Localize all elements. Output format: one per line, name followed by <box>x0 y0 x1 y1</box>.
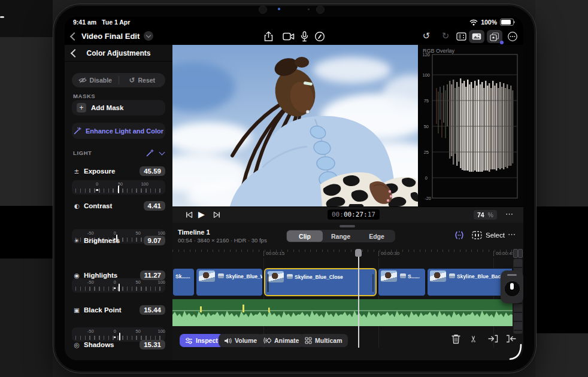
clip-select-tool-button[interactable] <box>472 231 482 239</box>
masks-section-label: MASKS <box>73 93 95 99</box>
scope-tick: 120 <box>422 52 430 57</box>
contrast-icon: ◐ <box>72 202 81 209</box>
scope-tick: -20 <box>425 196 431 201</box>
slider-value[interactable]: 4.41 <box>144 201 165 211</box>
slider-highlights-row: ◉ Highlights 11.27 <box>72 270 165 280</box>
timeline-clip-selected[interactable]: Skyline_Blue_Close <box>264 268 377 296</box>
select-label[interactable]: Select <box>486 232 505 239</box>
more-menu-button[interactable] <box>507 31 518 42</box>
video-preview-art <box>172 45 418 206</box>
overwrite-insert-button[interactable] <box>488 335 498 343</box>
battery-percent: 100% <box>481 19 497 26</box>
timeline-clip[interactable]: Sk...... <box>172 268 195 296</box>
browser-panel-button[interactable] <box>456 32 466 41</box>
media-browser-button[interactable] <box>469 30 484 43</box>
playhead-handle[interactable] <box>355 249 362 257</box>
slider-value[interactable]: 9.07 <box>144 236 165 245</box>
mode-edge[interactable]: Edge <box>359 230 395 242</box>
light-section-header[interactable]: LIGHT <box>73 149 164 157</box>
redo-button[interactable]: ↻ <box>440 31 451 41</box>
voiceover-mic-button[interactable] <box>301 31 308 42</box>
timeline-clip[interactable]: Skyline_Blue_Wide <box>196 268 263 296</box>
wifi-icon <box>469 19 478 26</box>
undo-button[interactable]: ↺ <box>421 31 432 41</box>
panel-back-button[interactable] <box>72 50 78 56</box>
slider-brightness-ruler[interactable]: -50 0 50 100 <box>72 278 165 293</box>
scope-tick: 75 <box>424 98 429 104</box>
photo-chip-icon <box>449 273 455 278</box>
timeline-meta: 00:54 · 3840 × 2160 · HDR · 30 fps <box>178 237 267 244</box>
volume-button[interactable]: Volume <box>219 334 262 347</box>
jog-wheel[interactable] <box>501 270 523 303</box>
delete-button[interactable] <box>451 334 460 344</box>
playhead-line[interactable] <box>358 257 359 348</box>
clock: 9:41 am <box>73 19 96 26</box>
slider-value[interactable]: 15.31 <box>140 340 165 349</box>
scope-tick: 100 <box>422 72 430 78</box>
status-bar-left: 9:41 am Tue 1 Apr <box>73 19 130 26</box>
status-bar-right: 100% <box>469 19 514 26</box>
project-title-group[interactable]: Video Final Edit <box>81 31 153 41</box>
edit-mode-segmented-control: Clip Range Edge <box>286 230 395 242</box>
effects-button[interactable] <box>487 30 502 43</box>
jog-drag-handle[interactable] <box>507 274 517 276</box>
slider-name: Highlights <box>84 272 140 279</box>
background-fragment <box>0 206 53 259</box>
slider-name: Exposure <box>84 168 140 175</box>
add-mask-label: Add Mask <box>91 104 123 111</box>
mode-range[interactable]: Range <box>323 230 359 242</box>
slider-value[interactable]: 11.27 <box>140 270 165 280</box>
project-title: Video Final Edit <box>81 32 140 41</box>
photo-chip-icon <box>400 273 406 278</box>
slider-value[interactable]: 45.59 <box>140 166 165 176</box>
back-button[interactable] <box>71 34 77 39</box>
shadows-icon: ◎ <box>72 341 81 348</box>
play-button[interactable]: ▶ <box>198 209 205 219</box>
marketing-scene: { "status": { "time": "9:41 am", "date":… <box>0 0 588 377</box>
add-mask-button[interactable]: + Add Mask <box>72 100 165 115</box>
background-fragment <box>0 16 4 18</box>
slider-name: Shadows <box>84 341 140 348</box>
multicam-button[interactable]: Multicam <box>299 334 348 347</box>
magic-wand-icon <box>74 127 81 135</box>
disable-button[interactable]: Disable <box>72 77 119 84</box>
timeline-clip[interactable]: Skyline_Blue_Background <box>427 268 513 296</box>
viewer-more-button[interactable]: ⋯ <box>505 209 513 218</box>
clip-thumbnail <box>430 270 446 282</box>
timecode-display[interactable]: 00:00:27:17 <box>328 209 380 220</box>
title-menu-button[interactable] <box>144 31 153 41</box>
reset-button[interactable]: ↺ Reset <box>119 76 166 84</box>
chevron-down-icon <box>146 33 151 38</box>
track-height-control[interactable] <box>513 249 518 258</box>
timeline-clip[interactable]: S...... <box>378 268 426 296</box>
next-frame-button[interactable] <box>213 211 220 218</box>
audio-track[interactable] <box>172 299 513 326</box>
timeline-more-button[interactable]: ⋯ <box>508 230 516 239</box>
enhance-button[interactable]: Enhance Light and Color <box>72 123 165 139</box>
disable-reset-control: Disable ↺ Reset <box>72 73 165 87</box>
date: Tue 1 Apr <box>102 19 130 26</box>
slider-value[interactable]: 15.44 <box>140 305 165 315</box>
camera-indicator-dot <box>278 8 280 10</box>
panel-drag-handle[interactable] <box>340 225 355 227</box>
background-fragment <box>0 37 53 206</box>
blade-cut-button[interactable]: ✂ <box>468 335 479 343</box>
inspect-button[interactable]: Inspect <box>180 334 223 347</box>
timeline-ruler[interactable]: 00:00:15 00:00:30 00:00:45 <box>172 248 513 258</box>
record-video-button[interactable] <box>283 32 295 41</box>
share-button[interactable] <box>263 31 274 42</box>
viewer-zoom-control[interactable]: 74 % <box>474 210 497 220</box>
track-height-control[interactable] <box>518 249 523 258</box>
rgb-overlay-scope: RGB Overlay <box>418 45 523 206</box>
slider-contrast-row: ◐ Contrast 4.41 <box>72 201 165 211</box>
ruler-label: 00:00:15 <box>263 251 284 256</box>
trim-handle-left[interactable] <box>267 274 269 292</box>
mode-clip[interactable]: Clip <box>287 230 323 242</box>
trim-handle-right[interactable] <box>372 274 374 292</box>
slider-exposure-ruler[interactable]: 0 50 100 <box>72 180 165 194</box>
video-preview-frame <box>172 45 418 206</box>
animate-button[interactable]: Animate <box>257 334 304 347</box>
magnetic-timeline-button[interactable] <box>454 230 465 240</box>
previous-frame-button[interactable] <box>186 211 193 218</box>
annotate-pencil-button[interactable] <box>314 31 325 42</box>
